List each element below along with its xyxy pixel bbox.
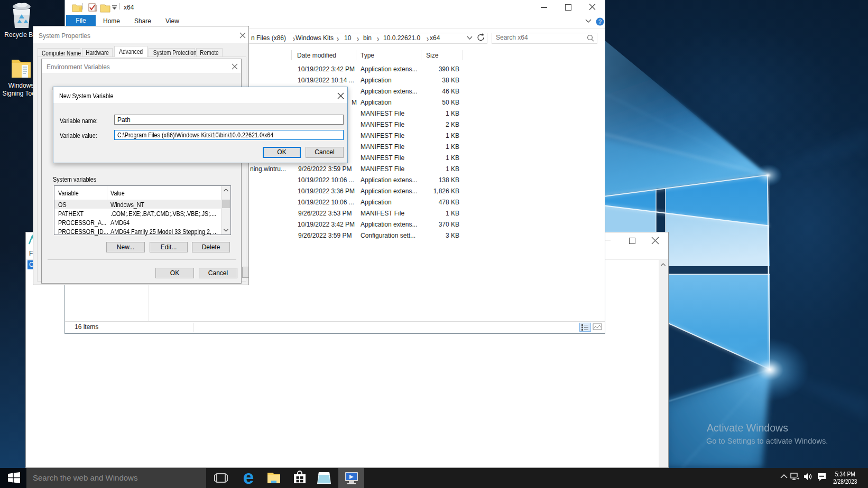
svg-text:?: ? [598,18,602,25]
svg-text:Go to Settings to activate Win: Go to Settings to activate Windows. [706,437,828,445]
svg-text:Activate Windows: Activate Windows [707,422,788,434]
